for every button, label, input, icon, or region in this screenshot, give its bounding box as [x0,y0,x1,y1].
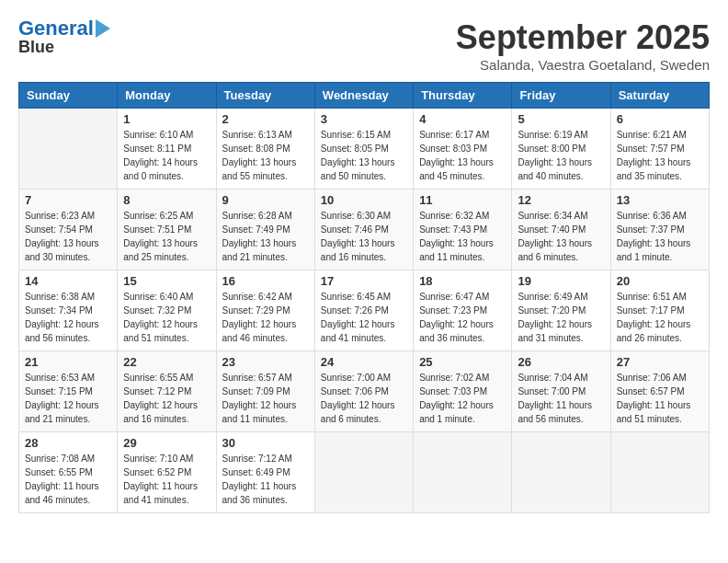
calendar-cell: 14Sunrise: 6:38 AM Sunset: 7:34 PM Dayli… [19,270,118,351]
calendar-cell: 21Sunrise: 6:53 AM Sunset: 7:15 PM Dayli… [19,351,118,432]
day-info: Sunrise: 7:06 AM Sunset: 6:57 PM Dayligh… [617,371,703,426]
calendar-cell: 17Sunrise: 6:45 AM Sunset: 7:26 PM Dayli… [314,270,413,351]
day-number: 2 [222,112,309,126]
weekday-header-monday: Monday [118,83,216,109]
calendar-cell: 7Sunrise: 6:23 AM Sunset: 7:54 PM Daylig… [19,190,118,270]
calendar-cell: 9Sunrise: 6:28 AM Sunset: 7:49 PM Daylig… [216,190,314,270]
weekday-header-thursday: Thursday [414,83,512,109]
day-number: 25 [419,355,506,369]
calendar-cell: 29Sunrise: 7:10 AM Sunset: 6:52 PM Dayli… [118,432,216,513]
calendar-cell: 2Sunrise: 6:13 AM Sunset: 8:08 PM Daylig… [216,109,314,190]
calendar-cell: 15Sunrise: 6:40 AM Sunset: 7:32 PM Dayli… [118,270,216,351]
day-number: 20 [617,274,703,288]
calendar-table: SundayMondayTuesdayWednesdayThursdayFrid… [18,82,710,513]
day-number: 26 [518,355,604,369]
day-info: Sunrise: 6:57 AM Sunset: 7:09 PM Dayligh… [222,371,309,426]
calendar-cell: 3Sunrise: 6:15 AM Sunset: 8:05 PM Daylig… [314,109,413,190]
day-info: Sunrise: 7:00 AM Sunset: 7:06 PM Dayligh… [321,371,407,426]
day-info: Sunrise: 6:32 AM Sunset: 7:43 PM Dayligh… [419,209,506,264]
calendar-cell: 10Sunrise: 6:30 AM Sunset: 7:46 PM Dayli… [314,190,413,270]
calendar-cell: 11Sunrise: 6:32 AM Sunset: 7:43 PM Dayli… [414,190,512,270]
day-info: Sunrise: 6:17 AM Sunset: 8:03 PM Dayligh… [419,128,506,183]
day-info: Sunrise: 6:49 AM Sunset: 7:20 PM Dayligh… [518,290,604,345]
day-info: Sunrise: 6:21 AM Sunset: 7:57 PM Dayligh… [617,128,703,183]
location-subtitle: Salanda, Vaestra Goetaland, Sweden [456,57,710,73]
day-info: Sunrise: 6:45 AM Sunset: 7:26 PM Dayligh… [321,290,407,345]
calendar-cell: 16Sunrise: 6:42 AM Sunset: 7:29 PM Dayli… [216,270,314,351]
day-number: 21 [25,355,111,369]
day-info: Sunrise: 6:42 AM Sunset: 7:29 PM Dayligh… [222,290,309,345]
day-number: 10 [321,193,407,207]
calendar-cell: 18Sunrise: 6:47 AM Sunset: 7:23 PM Dayli… [414,270,512,351]
calendar-cell: 5Sunrise: 6:19 AM Sunset: 8:00 PM Daylig… [512,109,610,190]
day-number: 3 [321,112,407,126]
calendar-cell: 8Sunrise: 6:25 AM Sunset: 7:51 PM Daylig… [118,190,216,270]
day-info: Sunrise: 7:04 AM Sunset: 7:00 PM Dayligh… [518,371,604,426]
day-number: 11 [419,193,506,207]
day-number: 1 [123,112,210,126]
month-title: September 2025 [456,18,710,57]
weekday-header-wednesday: Wednesday [314,83,413,109]
calendar-cell: 27Sunrise: 7:06 AM Sunset: 6:57 PM Dayli… [610,351,709,432]
calendar-cell: 19Sunrise: 6:49 AM Sunset: 7:20 PM Dayli… [512,270,610,351]
day-number: 7 [25,193,111,207]
day-info: Sunrise: 6:15 AM Sunset: 8:05 PM Dayligh… [321,128,407,183]
day-number: 30 [222,436,309,450]
calendar-cell [512,432,610,513]
calendar-cell: 6Sunrise: 6:21 AM Sunset: 7:57 PM Daylig… [610,109,709,190]
calendar-cell: 25Sunrise: 7:02 AM Sunset: 7:03 PM Dayli… [414,351,512,432]
day-number: 14 [25,274,111,288]
day-info: Sunrise: 6:34 AM Sunset: 7:40 PM Dayligh… [518,209,604,264]
day-number: 13 [617,193,703,207]
day-info: Sunrise: 7:02 AM Sunset: 7:03 PM Dayligh… [419,371,506,426]
day-info: Sunrise: 6:10 AM Sunset: 8:11 PM Dayligh… [123,128,210,183]
day-number: 18 [419,274,506,288]
day-info: Sunrise: 6:23 AM Sunset: 7:54 PM Dayligh… [25,209,111,264]
day-number: 12 [518,193,604,207]
calendar-cell: 4Sunrise: 6:17 AM Sunset: 8:03 PM Daylig… [414,109,512,190]
day-info: Sunrise: 6:13 AM Sunset: 8:08 PM Dayligh… [222,128,309,183]
calendar-cell: 24Sunrise: 7:00 AM Sunset: 7:06 PM Dayli… [314,351,413,432]
calendar-cell: 13Sunrise: 6:36 AM Sunset: 7:37 PM Dayli… [610,190,709,270]
day-info: Sunrise: 7:12 AM Sunset: 6:49 PM Dayligh… [222,452,309,507]
day-info: Sunrise: 7:10 AM Sunset: 6:52 PM Dayligh… [123,452,210,507]
calendar-cell: 22Sunrise: 6:55 AM Sunset: 7:12 PM Dayli… [118,351,216,432]
weekday-header-friday: Friday [512,83,610,109]
day-number: 8 [123,193,210,207]
logo-blue-text: Blue [18,39,54,55]
calendar-cell [19,109,118,190]
day-number: 29 [123,436,210,450]
day-number: 17 [321,274,407,288]
day-info: Sunrise: 6:36 AM Sunset: 7:37 PM Dayligh… [617,209,703,264]
calendar-cell: 20Sunrise: 6:51 AM Sunset: 7:17 PM Dayli… [610,270,709,351]
weekday-header-saturday: Saturday [610,83,709,109]
logo-arrow-icon [96,19,110,38]
calendar-week-row: 7Sunrise: 6:23 AM Sunset: 7:54 PM Daylig… [19,190,710,270]
day-info: Sunrise: 6:25 AM Sunset: 7:51 PM Dayligh… [123,209,210,264]
day-info: Sunrise: 6:47 AM Sunset: 7:23 PM Dayligh… [419,290,506,345]
day-number: 16 [222,274,309,288]
title-section: September 2025 Salanda, Vaestra Goetalan… [456,18,710,73]
calendar-cell: 28Sunrise: 7:08 AM Sunset: 6:55 PM Dayli… [19,432,118,513]
day-info: Sunrise: 6:40 AM Sunset: 7:32 PM Dayligh… [123,290,210,345]
day-info: Sunrise: 7:08 AM Sunset: 6:55 PM Dayligh… [25,452,111,507]
weekday-header-sunday: Sunday [19,83,118,109]
day-number: 9 [222,193,309,207]
day-number: 27 [617,355,703,369]
calendar-cell [610,432,709,513]
day-info: Sunrise: 6:55 AM Sunset: 7:12 PM Dayligh… [123,371,210,426]
calendar-week-row: 1Sunrise: 6:10 AM Sunset: 8:11 PM Daylig… [19,109,710,190]
day-number: 23 [222,355,309,369]
day-info: Sunrise: 6:28 AM Sunset: 7:49 PM Dayligh… [222,209,309,264]
calendar-cell: 1Sunrise: 6:10 AM Sunset: 8:11 PM Daylig… [118,109,216,190]
page-header: General Blue September 2025 Salanda, Vae… [18,18,710,73]
weekday-header-tuesday: Tuesday [216,83,314,109]
day-info: Sunrise: 6:19 AM Sunset: 8:00 PM Dayligh… [518,128,604,183]
day-info: Sunrise: 6:53 AM Sunset: 7:15 PM Dayligh… [25,371,111,426]
day-info: Sunrise: 6:51 AM Sunset: 7:17 PM Dayligh… [617,290,703,345]
calendar-cell: 23Sunrise: 6:57 AM Sunset: 7:09 PM Dayli… [216,351,314,432]
calendar-week-row: 14Sunrise: 6:38 AM Sunset: 7:34 PM Dayli… [19,270,710,351]
day-number: 24 [321,355,407,369]
calendar-cell: 12Sunrise: 6:34 AM Sunset: 7:40 PM Dayli… [512,190,610,270]
calendar-week-row: 21Sunrise: 6:53 AM Sunset: 7:15 PM Dayli… [19,351,710,432]
